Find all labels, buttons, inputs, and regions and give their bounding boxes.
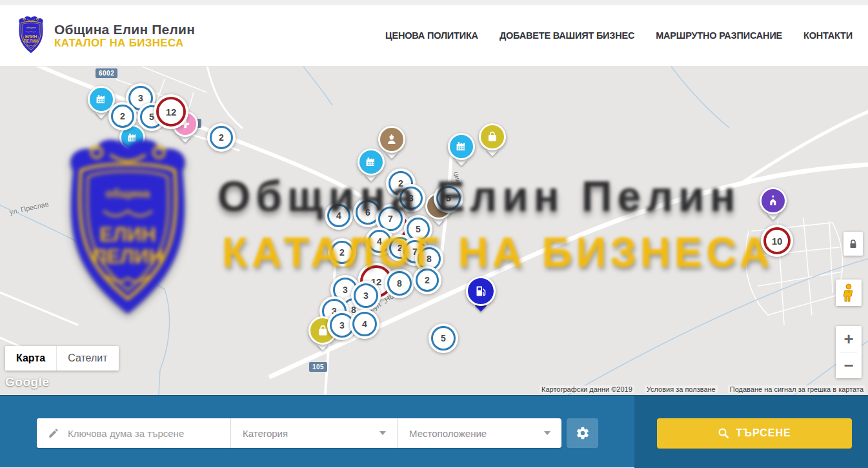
cluster-count: 3 [354,283,378,308]
nav-link[interactable]: МАРШРУТНО РАЗПИСАНИЕ [656,30,782,41]
pegman-icon [842,283,856,303]
pencil-icon [48,427,59,439]
zoom-in-button[interactable]: + [836,326,862,352]
factory-icon [448,133,475,160]
nav-link[interactable]: КОНТАКТИ [803,30,853,41]
chevron-down-icon [379,431,386,435]
cluster-marker[interactable]: 2 [413,266,441,294]
search-fields: Категория Местоположение [37,418,561,448]
church-icon [760,187,787,214]
markers-layer: 325122235134675427821282383334510 [0,66,868,395]
zoom-out-button[interactable]: − [836,352,862,378]
cluster-marker[interactable]: 2 [108,102,137,130]
svg-text:община: община [26,26,36,29]
chevron-down-icon [544,431,550,435]
zoom-control: + − [836,326,862,378]
search-button-label: ТЪРСЕНЕ [736,427,791,439]
road-number-label: 6002 [96,68,117,78]
cluster-marker[interactable]: 10 [761,225,793,257]
site-logo[interactable]: община ЕЛИН ПЕЛИН Община Елин Пелин КАТА… [16,16,195,55]
cluster-marker[interactable]: 2 [207,123,236,152]
cluster-count: 5 [431,326,456,351]
keyword-field-wrap [37,418,230,448]
attribution-link[interactable]: Условия за ползване [645,385,718,393]
fuel-pin-marker[interactable] [466,276,496,306]
lock-icon [849,239,858,249]
bag-icon [479,123,506,150]
location-select-value: Местоположение [409,428,487,439]
cluster-marker[interactable]: 8 [385,269,414,298]
cluster-marker[interactable]: 5 [429,323,458,353]
cluster-count: 10 [763,227,791,254]
google-logo[interactable]: Google [5,375,49,389]
nav-link[interactable]: ЦЕНОВА ПОЛИТИКА [385,30,478,41]
search-button[interactable]: ТЪРСЕНЕ [657,418,852,448]
map-attribution: Картографски данни ©2019Условия за ползв… [540,385,865,393]
cluster-count: 4 [352,312,377,336]
attribution-link[interactable]: Картографски данни ©2019 [540,385,634,393]
fuel-icon [466,276,496,306]
top-strip [0,0,868,5]
cluster-count: 2 [416,269,439,292]
cluster-marker[interactable]: 5 [434,183,463,213]
cluster-count: 12 [156,97,186,127]
site-title: Община Елин Пелин [54,22,195,37]
attribution-link[interactable]: Подаване на сигнал за грешка в картата [728,385,865,393]
cluster-marker[interactable]: 2 [328,238,356,267]
nav-link[interactable]: ДОБАВЕТЕ ВАШИЯТ БИЗНЕС [500,30,634,41]
map-canvas[interactable]: 6002105ул. Преславбул. „Новоселции“ 3251… [0,66,868,395]
search-bar: Категория Местоположение ТЪРСЕНЕ [0,395,868,467]
location-select[interactable]: Местоположение [397,418,561,448]
cluster-marker[interactable]: 4 [325,201,353,230]
search-icon [718,427,729,439]
bag-pin-marker[interactable] [479,123,506,150]
main-nav: ЦЕНОВА ПОЛИТИКАДОБАВЕТЕ ВАШИЯТ БИЗНЕСМАР… [385,30,853,41]
map-type-map-button[interactable]: Карта [5,346,56,371]
cluster-count: 4 [327,204,350,227]
cluster-marker[interactable]: 4 [350,309,379,339]
gear-icon [576,426,590,440]
category-select[interactable]: Категория [230,418,397,448]
municipality-shield-logo: община ЕЛИН ПЕЛИН [16,16,46,55]
factory-pin-marker[interactable] [448,133,475,160]
cluster-count: 5 [436,186,461,210]
category-select-value: Категория [243,428,288,439]
cluster-count: 2 [330,241,354,264]
advanced-settings-button[interactable] [567,418,598,448]
church-pin-marker[interactable] [760,187,787,214]
pegman-control[interactable] [836,280,862,306]
map-type-satellite-button[interactable]: Сателит [56,346,118,371]
map-type-control: Карта Сателит [5,346,119,371]
keyword-input[interactable] [37,418,230,448]
cluster-count: 8 [387,271,412,296]
cluster-count: 3 [399,187,423,210]
site-header: община ЕЛИН ПЕЛИН Община Елин Пелин КАТА… [0,5,868,66]
road-number-label: 105 [309,362,327,372]
cluster-marker[interactable]: 12 [154,94,188,129]
site-subtitle: КАТАЛОГ НА БИЗНЕСА [54,37,195,49]
factory-pin-marker[interactable] [358,148,385,176]
factory-icon [358,148,385,176]
cluster-marker[interactable]: 3 [351,281,381,310]
svg-text:ПЕЛИН: ПЕЛИН [23,39,39,43]
cluster-count: 2 [210,126,233,149]
cluster-count: 2 [111,105,134,128]
map-lock-button[interactable] [843,232,863,256]
svg-text:ЕЛИН: ЕЛИН [25,34,37,39]
